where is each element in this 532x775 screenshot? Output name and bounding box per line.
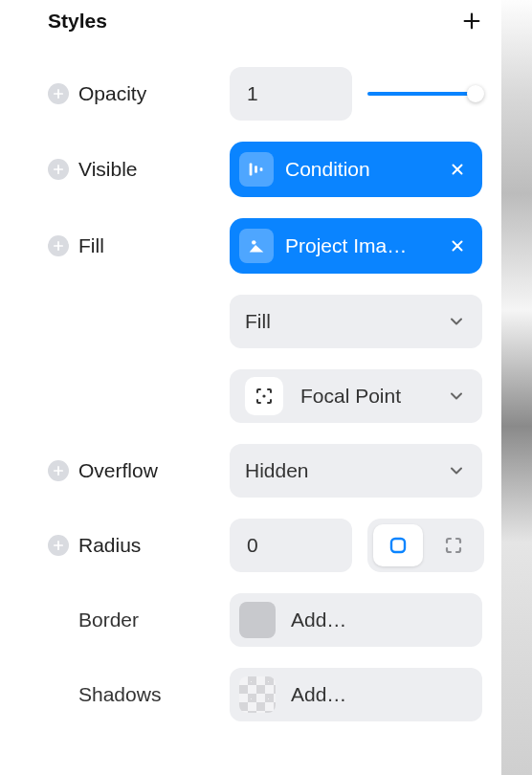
opacity-slider[interactable] <box>367 84 482 103</box>
image-icon <box>239 229 274 263</box>
radius-per-corner-button[interactable] <box>429 524 478 566</box>
fill-focal-select[interactable]: Focal Point <box>230 369 482 423</box>
chevron-down-icon <box>446 386 467 407</box>
fill-label: Fill <box>78 234 104 257</box>
svg-point-4 <box>262 394 265 397</box>
fill-fit-select[interactable]: Fill <box>230 295 482 348</box>
svg-rect-1 <box>255 166 257 172</box>
styles-panel: Styles Opacity 1 Visible <box>0 0 501 775</box>
overflow-row: Overflow Hidden <box>48 444 501 498</box>
overflow-select[interactable]: Hidden <box>230 444 482 498</box>
svg-point-3 <box>252 240 255 244</box>
border-add-button[interactable]: Add… <box>230 593 482 647</box>
chevron-down-icon <box>446 311 467 332</box>
condition-icon <box>239 152 274 187</box>
slider-thumb[interactable] <box>467 85 484 102</box>
canvas-preview-edge <box>501 0 532 775</box>
radius-input[interactable]: 0 <box>230 519 352 572</box>
svg-rect-2 <box>260 167 263 171</box>
fill-chip-remove[interactable] <box>446 234 469 257</box>
visible-chip-label: Condition <box>285 158 434 181</box>
chevron-down-icon <box>446 460 467 481</box>
section-header: Styles <box>48 10 501 33</box>
fill-chip-label: Project Ima… <box>285 234 434 257</box>
shadows-label: Shadows <box>78 683 161 706</box>
visible-row: Visible Condition <box>48 142 501 197</box>
border-label: Border <box>78 609 139 631</box>
radius-uniform-button[interactable] <box>373 524 423 566</box>
svg-rect-0 <box>250 164 253 176</box>
shadows-swatch <box>239 676 276 713</box>
radius-mode-segment <box>367 519 484 572</box>
radius-row: Radius 0 <box>48 519 501 572</box>
radius-label: Radius <box>78 534 141 557</box>
opacity-label: Opacity <box>78 82 146 105</box>
section-title: Styles <box>48 10 107 33</box>
visible-label: Visible <box>78 158 137 181</box>
fill-image-chip[interactable]: Project Ima… <box>230 218 482 274</box>
visible-chip-remove[interactable] <box>446 158 469 181</box>
add-variant-button-radius[interactable] <box>48 535 69 556</box>
overflow-label: Overflow <box>78 459 158 482</box>
svg-rect-5 <box>391 539 405 552</box>
opacity-input[interactable]: 1 <box>230 67 352 121</box>
add-variant-button-opacity[interactable] <box>48 83 69 104</box>
add-variant-button-visible[interactable] <box>48 159 69 180</box>
add-style-button[interactable] <box>461 11 482 32</box>
opacity-row: Opacity 1 <box>48 67 501 121</box>
add-variant-button-overflow[interactable] <box>48 460 69 481</box>
fill-row: Fill Project Ima… Fill <box>48 218 501 423</box>
border-row: Border Add… <box>48 593 501 647</box>
shadows-row: Shadows Add… <box>48 668 501 721</box>
add-variant-button-fill[interactable] <box>48 235 69 256</box>
visible-condition-chip[interactable]: Condition <box>230 142 482 197</box>
focal-point-icon <box>245 377 283 415</box>
border-swatch <box>239 602 276 638</box>
shadows-add-button[interactable]: Add… <box>230 668 482 721</box>
